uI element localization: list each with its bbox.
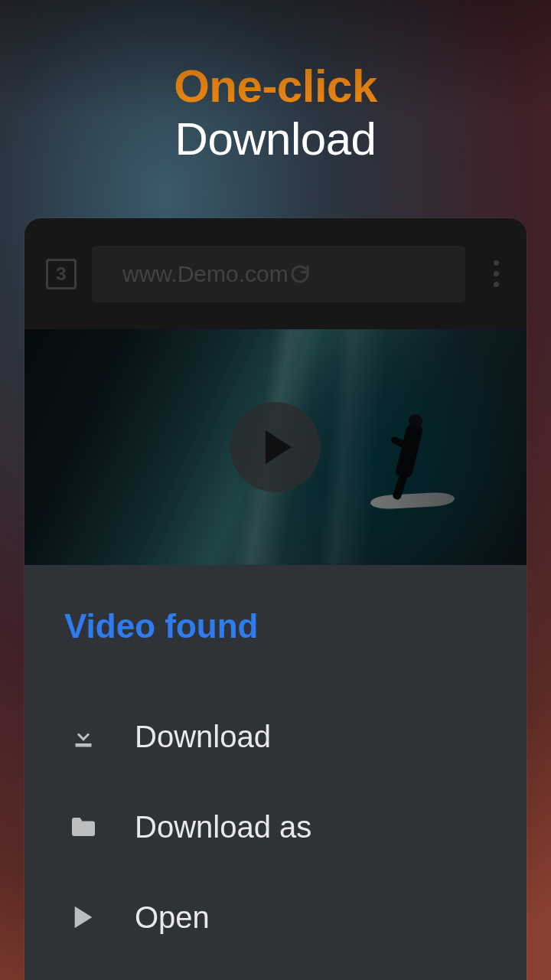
headline-line1: One-click — [0, 60, 551, 113]
download-icon — [64, 723, 103, 750]
app-preview-card: 3 www.Demo.com Video found — [24, 218, 527, 980]
address-bar[interactable]: www.Demo.com — [92, 246, 465, 302]
folder-icon — [64, 815, 103, 838]
action-sheet: Video found Download Download as — [24, 565, 527, 962]
menu-item-label: Download — [135, 720, 271, 754]
address-url: www.Demo.com — [122, 261, 289, 287]
tab-count-button[interactable]: 3 — [46, 259, 77, 289]
menu-item-label: Open — [135, 900, 210, 935]
play-icon[interactable] — [230, 402, 321, 492]
video-thumbnail[interactable] — [24, 329, 527, 565]
reload-icon[interactable] — [289, 263, 448, 286]
headline: One-click Download — [0, 0, 551, 165]
download-button[interactable]: Download — [64, 691, 488, 782]
thumbnail-art — [375, 417, 436, 517]
overflow-menu-icon[interactable] — [481, 260, 511, 287]
menu-item-label: Download as — [135, 810, 311, 844]
download-as-button[interactable]: Download as — [64, 782, 488, 872]
open-button[interactable]: Open — [64, 872, 488, 962]
play-triangle-icon — [64, 904, 103, 930]
headline-line2: Download — [0, 113, 551, 165]
browser-toolbar: 3 www.Demo.com — [24, 218, 527, 329]
panel-title: Video found — [64, 607, 488, 645]
svg-rect-0 — [76, 743, 92, 747]
